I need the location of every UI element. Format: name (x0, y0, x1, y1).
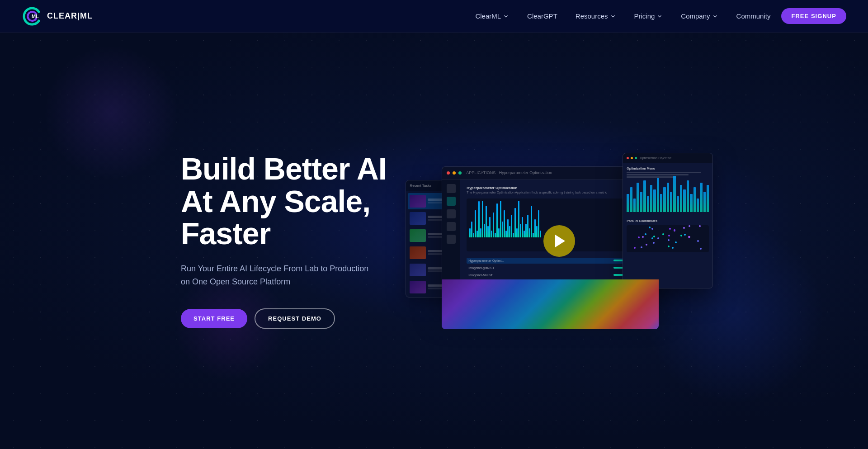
window-dot (635, 157, 637, 159)
nav-item-company[interactable]: Company (674, 9, 725, 24)
sidebar-icon[interactable] (447, 209, 456, 218)
nav-item-resources[interactable]: Resources (568, 9, 623, 24)
list-header-text: Recent Tasks (410, 184, 431, 188)
instance-label: Imagenet-MNIST (468, 274, 612, 277)
hero-section: Build Better AI At Any Scale, Faster Run… (0, 0, 868, 449)
sidebar-icon[interactable] (447, 184, 456, 193)
play-icon (555, 235, 565, 247)
parallel-coords-title: Parallel Coordinates (627, 219, 709, 222)
panel-right-bar: Optimization Objective (623, 153, 712, 163)
svg-text:ML: ML (32, 14, 39, 19)
task-thumbnail (410, 212, 426, 225)
text-block (627, 174, 689, 175)
panel-right-content: Optimization Menu Parallel Coordinates (623, 163, 712, 256)
nav-item-pricing[interactable]: Pricing (627, 9, 670, 24)
text-block (627, 172, 701, 173)
color-chart (442, 279, 659, 329)
nav-item-community[interactable]: Community (729, 9, 778, 24)
section-divider: Parallel Coordinates (627, 219, 709, 222)
panel-right-title: Optimization Objective (640, 156, 671, 160)
chevron-down-icon (503, 13, 509, 19)
chevron-down-icon (610, 13, 616, 19)
hero-content: Build Better AI At Any Scale, Faster Run… (181, 153, 387, 329)
chevron-down-icon (656, 13, 663, 19)
text-block (627, 176, 676, 178)
navbar: ML CLEAR|ML ClearML ClearGPT Resources P… (0, 0, 868, 33)
instance-label: Hyperparameter Optimi... (468, 259, 612, 262)
hero-buttons: START FREE REQUEST DEMO (181, 308, 387, 329)
scatter-plot (627, 225, 709, 252)
dashboard-mockup: Recent Tasks (406, 153, 713, 329)
bar-chart-area (627, 180, 709, 217)
instance-label: Imagenet-gMNIST (468, 266, 612, 269)
task-thumbnail (410, 281, 426, 293)
task-thumbnail (410, 246, 426, 259)
clearml-logo-icon: ML (22, 5, 43, 27)
window-dot (627, 157, 629, 159)
nav-item-clearml[interactable]: ClearML (468, 9, 516, 24)
task-thumbnail (410, 264, 426, 276)
nav-item-cleargpt[interactable]: ClearGPT (520, 9, 565, 24)
window-minimize-dot (453, 171, 456, 175)
nav-links: ClearML ClearGPT Resources Pricing Compa… (468, 8, 846, 24)
window-dot (631, 157, 633, 159)
request-demo-button[interactable]: REQUEST DEMO (255, 308, 335, 329)
hero-title: Build Better AI At Any Scale, Faster (181, 153, 387, 250)
optimization-menu-title: Optimization Menu (627, 167, 709, 170)
chevron-down-icon (712, 13, 718, 19)
color-gradient (442, 279, 659, 329)
hero-subtitle: Run Your Entire AI Lifecycle From Lab to… (181, 262, 371, 288)
sidebar-icon-active[interactable] (447, 197, 456, 206)
window-close-dot (447, 171, 450, 175)
blob-decoration-1 (43, 45, 179, 180)
sidebar-icon[interactable] (447, 235, 456, 244)
task-thumbnail (410, 229, 426, 242)
hero-visual: Recent Tasks (405, 153, 714, 329)
topbar-text: APPLICATIONS · Hyperparameter Optimizati… (466, 170, 552, 175)
hero-inner: Build Better AI At Any Scale, Faster Run… (118, 117, 750, 365)
panel-right: Optimization Objective Optimization Menu… (623, 153, 713, 288)
window-maximize-dot (458, 171, 462, 175)
logo[interactable]: ML CLEAR|ML (22, 5, 93, 27)
free-signup-button[interactable]: FREE SIGNUP (781, 8, 846, 24)
task-thumbnail (410, 195, 426, 208)
play-button[interactable] (543, 225, 575, 257)
sidebar-icon[interactable] (447, 222, 456, 231)
logo-text: CLEAR|ML (47, 11, 93, 21)
start-free-button[interactable]: START FREE (181, 309, 247, 328)
bar-chart (627, 180, 709, 212)
